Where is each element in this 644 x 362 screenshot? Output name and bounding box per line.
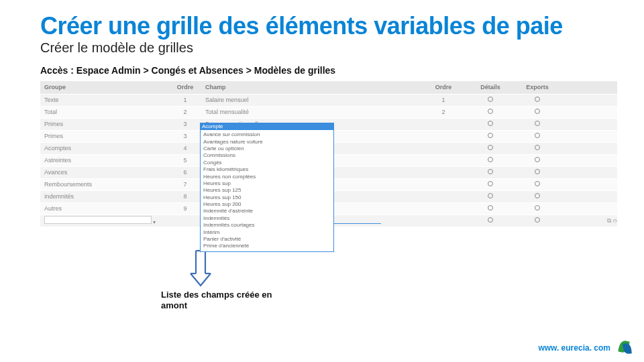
table-row: Total2Total mensualité2 [40, 107, 617, 119]
cell-ordre: 4 [165, 145, 205, 152]
dropdown-selected[interactable]: Acompte [201, 123, 333, 130]
arrow-caption: Liste des champs créée en amont [161, 290, 295, 312]
dropdown-option[interactable]: Avance sur commission [203, 131, 331, 138]
dropdown-option[interactable]: Heures sup 125 [203, 187, 331, 194]
cell-groupe: Primes [44, 121, 165, 127]
page-subtitle: Créer le modèle de grilles [40, 40, 610, 56]
cell-details[interactable] [467, 217, 514, 224]
cell-ordre: 2 [165, 109, 205, 115]
cell-groupe: Avances [44, 169, 165, 176]
cell-details[interactable] [467, 181, 514, 188]
arrow-down-icon [188, 248, 213, 291]
dropdown-option[interactable]: Indemnités courtages [203, 222, 331, 229]
cell-groupe: Total [44, 109, 165, 115]
cell-groupe: Remboursements [44, 181, 165, 188]
cell-exports[interactable] [514, 133, 561, 139]
cell-details[interactable] [467, 97, 514, 103]
cell-champ: Salaire mensuel [205, 97, 420, 103]
dropdown-option[interactable]: Indemnité d'astreinte [203, 208, 331, 215]
copy-icon[interactable]: ⧉ [607, 217, 611, 224]
cell-groupe: Indemnités [44, 193, 165, 200]
cell-ordre: 1 [165, 97, 205, 103]
dropdown-option[interactable]: Heures sup 150 [203, 194, 331, 201]
table-row: Texte1Salaire mensuel1 [40, 95, 617, 107]
dropdown-option[interactable]: Heures sup [203, 180, 331, 187]
footer-link[interactable]: www. eurecia. com [538, 343, 610, 353]
dropdown-option[interactable]: Congés [203, 160, 331, 166]
cell-details[interactable] [467, 145, 514, 152]
cell-exports[interactable] [514, 217, 561, 224]
dropdown-option[interactable]: Intérim [203, 229, 331, 236]
cell-details[interactable] [467, 169, 514, 176]
cell-groupe: Primes [44, 133, 165, 139]
cell-ordre: 7 [165, 181, 205, 188]
cell-ordre: 8 [165, 193, 205, 200]
cell-exports[interactable] [514, 169, 561, 176]
cell-exports[interactable] [514, 193, 561, 200]
page-title: Créer une grille des éléments variables … [40, 13, 610, 39]
groupe-select[interactable]: ▾ [44, 216, 165, 225]
dropdown-option[interactable]: Frais kilométriques [203, 166, 331, 173]
breadcrumb: Accès : Espace Admin > Congés et Absence… [40, 65, 610, 76]
cell-ordre: 6 [165, 169, 205, 176]
cell-details[interactable] [467, 193, 514, 200]
eurecia-logo-icon [617, 341, 632, 355]
dropdown-option[interactable]: Heures sup 200 [203, 201, 331, 208]
cell-ordre: 9 [165, 205, 205, 212]
col-details: Détails [467, 84, 514, 90]
cell-ordre2: 2 [420, 109, 467, 115]
cell-ordre: 5 [165, 157, 205, 164]
dropdown-option[interactable]: Commissions [203, 152, 331, 159]
cell-details[interactable] [467, 157, 514, 164]
row-actions[interactable]: ⧉ ⊖ [561, 217, 621, 225]
cell-details[interactable] [467, 133, 514, 139]
cell-details[interactable] [467, 205, 514, 212]
cell-details[interactable] [467, 109, 514, 115]
dropdown-option[interactable]: Panier d'activité [203, 236, 331, 243]
dropdown-option[interactable]: Prime d'ancienneté [203, 243, 331, 249]
cell-ordre2: 1 [420, 97, 467, 103]
table-header: Groupe Ordre Champ Ordre Détails Exports [40, 81, 617, 95]
cell-ordre: 3 [165, 121, 205, 127]
grid-screenshot: Groupe Ordre Champ Ordre Détails Exports… [40, 81, 617, 227]
cell-groupe: Astreintes [44, 157, 165, 164]
cell-exports[interactable] [514, 109, 561, 115]
cell-details[interactable] [467, 121, 514, 127]
dropdown-option[interactable]: Heures non comptées [203, 174, 331, 180]
cell-exports[interactable] [514, 157, 561, 164]
cell-groupe: Acomptes [44, 145, 165, 152]
cell-exports[interactable] [514, 97, 561, 103]
cell-exports[interactable] [514, 205, 561, 212]
cell-ordre: 3 [165, 133, 205, 139]
cell-groupe: Texte [44, 97, 165, 103]
cell-exports[interactable] [514, 181, 561, 188]
dropdown-option[interactable]: Carte ou opticien [203, 145, 331, 152]
cell-groupe: Autres [44, 205, 165, 212]
cell-exports[interactable] [514, 121, 561, 127]
col-ordre2: Ordre [420, 84, 467, 90]
col-ordre: Ordre [165, 84, 205, 90]
col-groupe: Groupe [44, 84, 165, 90]
col-exports: Exports [514, 84, 561, 90]
col-champ: Champ [205, 84, 420, 90]
dropdown-option[interactable]: Avantages nature voiture [203, 139, 331, 145]
cell-champ: Total mensualité [205, 109, 420, 115]
champ-dropdown[interactable]: Acompte Avance sur commissionAvantages n… [200, 123, 334, 252]
dropdown-option[interactable]: Indemnités [203, 215, 331, 222]
delete-icon[interactable]: ⊖ [613, 217, 617, 224]
cell-exports[interactable] [514, 145, 561, 152]
